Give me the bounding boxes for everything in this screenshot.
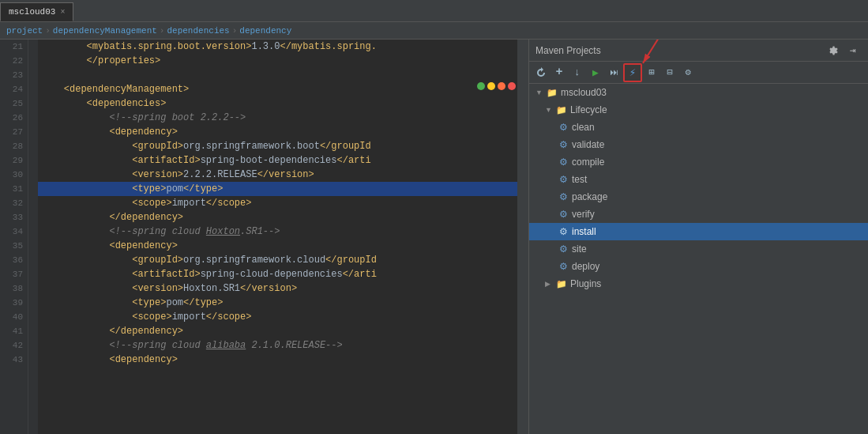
line-num-22: 22	[5, 54, 23, 68]
test-gear-icon: ⚙	[558, 174, 569, 185]
breadcrumb-item-dependencies[interactable]: dependencies	[167, 26, 229, 36]
maven-title: Maven Projects	[535, 45, 601, 56]
line-num-35: 35	[5, 239, 23, 253]
show-diagram-button[interactable]: ⊞	[643, 64, 660, 81]
refresh-maven-button[interactable]	[532, 64, 550, 81]
tree-site-label: site	[572, 243, 587, 255]
add-maven-button[interactable]: +	[550, 64, 568, 81]
tree-lifecycle[interactable]: ▼ 📁 Lifecycle	[529, 101, 868, 119]
skip-tests-button[interactable]: ⏭	[605, 64, 622, 81]
maven-settings-button[interactable]: ⚙	[679, 64, 697, 81]
code-line-36: <groupId>org.springframework.cloud</grou…	[38, 253, 517, 267]
run-maven-button[interactable]: ▶	[587, 64, 604, 81]
tree-root-mscloud03[interactable]: ▼ 📁 mscloud03	[529, 84, 868, 101]
tree-item-compile[interactable]: ⚙ compile	[529, 153, 868, 171]
tree-plugins-label: Plugins	[570, 278, 601, 289]
lifecycle-folder-icon: 📁	[556, 104, 567, 115]
tab-bar: mscloud03 ×	[0, 0, 868, 22]
main-content: 21 22 23 24 25 26 27 28 29 30 31 32 33 3…	[0, 40, 868, 434]
tab-label: mscloud03	[9, 7, 55, 17]
line-num-41: 41	[5, 324, 23, 338]
breadcrumb-sep-3: ›	[232, 26, 238, 36]
maven-tree: ▼ 📁 mscloud03 ▼ 📁 Lifecycle ⚙ clean ⚙ va…	[529, 84, 868, 434]
tree-item-package[interactable]: ⚙ package	[529, 188, 868, 206]
tree-item-test[interactable]: ⚙ test	[529, 171, 868, 188]
tree-item-verify[interactable]: ⚙ verify	[529, 206, 868, 223]
line-num-27: 27	[5, 125, 23, 139]
verify-gear-icon: ⚙	[558, 209, 569, 220]
code-line-28: <groupId>org.springframework.boot</group…	[38, 139, 517, 153]
add-icon: +	[555, 66, 562, 79]
code-line-25: <dependencies>	[38, 96, 517, 111]
line-num-39: 39	[5, 296, 23, 310]
breadcrumb-item-project[interactable]: project	[6, 26, 43, 36]
tab-mscloud03[interactable]: mscloud03 ×	[0, 2, 73, 21]
fold-25[interactable]	[28, 96, 38, 111]
tree-root-label: mscloud03	[561, 87, 607, 98]
maven-header: Maven Projects ⇥	[529, 40, 868, 62]
line-numbers: 21 22 23 24 25 26 27 28 29 30 31 32 33 3…	[0, 40, 28, 434]
line-num-23: 23	[5, 68, 23, 82]
tree-item-clean[interactable]: ⚙ clean	[529, 119, 868, 136]
fold-24[interactable]	[28, 40, 38, 54]
fold-spacer-8	[28, 182, 38, 196]
validate-gear-icon: ⚙	[558, 139, 569, 150]
code-line-35: <dependency>	[38, 239, 517, 253]
code-line-22: </properties>	[38, 54, 517, 68]
tree-item-install[interactable]: ⚙ install	[529, 223, 868, 240]
collapse-all-icon: ⊟	[667, 66, 672, 78]
fold-spacer-7	[28, 168, 38, 182]
package-gear-icon: ⚙	[558, 191, 569, 202]
tree-lifecycle-label: Lifecycle	[570, 104, 607, 115]
site-gear-icon: ⚙	[558, 243, 569, 255]
tree-item-site[interactable]: ⚙ site	[529, 240, 868, 258]
line-num-40: 40	[5, 310, 23, 324]
run-icon: ▶	[592, 66, 599, 79]
line-num-32: 32	[5, 196, 23, 210]
line-num-37: 37	[5, 267, 23, 281]
code-line-33: </dependency>	[38, 210, 517, 225]
line-num-26: 26	[5, 111, 23, 125]
tree-deploy-label: deploy	[572, 261, 599, 272]
breadcrumb-sep-2: ›	[160, 26, 165, 36]
expand-arrow-plugins: ▶	[545, 280, 553, 288]
collapse-all-button[interactable]: ⊟	[661, 64, 678, 81]
fold-spacer-10	[28, 210, 38, 225]
fold-spacer-4	[28, 111, 38, 125]
collapse-button[interactable]: ⇥	[844, 42, 862, 59]
fold-spacer-11	[28, 225, 38, 239]
line-num-43: 43	[5, 353, 23, 367]
code-line-24: <dependencyManagement>	[38, 82, 517, 96]
deploy-gear-icon: ⚙	[558, 261, 569, 272]
tree-item-deploy[interactable]: ⚙ deploy	[529, 258, 868, 275]
breadcrumb-item-dependency[interactable]: dependency	[239, 26, 291, 36]
line-num-29: 29	[5, 153, 23, 168]
fold-spacer-2	[28, 68, 38, 82]
breadcrumb-sep-1: ›	[45, 26, 51, 36]
breadcrumb-item-depmanagement[interactable]: dependencyManagement	[53, 26, 157, 36]
lightning-icon: ⚡	[629, 66, 636, 79]
line-num-38: 38	[5, 281, 23, 296]
download-icon: ↓	[574, 66, 581, 78]
tab-close-button[interactable]: ×	[60, 8, 65, 17]
code-line-27: <dependency>	[38, 125, 517, 139]
fold-spacer-5	[28, 139, 38, 153]
tree-plugins[interactable]: ▶ 📁 Plugins	[529, 275, 868, 292]
code-editor: 21 22 23 24 25 26 27 28 29 30 31 32 33 3…	[0, 40, 528, 434]
code-line-31: <type>pom</type>	[38, 182, 517, 196]
code-line-37: <artifactId>spring-cloud-dependencies</a…	[38, 267, 517, 281]
tree-test-label: test	[572, 174, 587, 185]
fold-27[interactable]	[28, 125, 38, 139]
fold-35[interactable]	[28, 239, 38, 253]
fold-spacer-1	[28, 54, 38, 68]
maven-actions-toolbar: + ↓ ▶ ⏭ ⚡	[529, 62, 868, 84]
plugins-folder-icon: 📁	[556, 278, 567, 289]
download-maven-button[interactable]: ↓	[569, 64, 586, 81]
lightning-button-container: ⚡ test package	[623, 63, 642, 82]
code-lines[interactable]: <mybatis.spring.boot.version>1.3.0</myba…	[38, 40, 517, 434]
tree-install-label: install	[572, 226, 596, 237]
settings-button[interactable]	[824, 42, 841, 59]
vertical-scrollbar[interactable]	[517, 40, 528, 434]
tree-item-validate[interactable]: ⚙ validate	[529, 136, 868, 153]
toggle-offline-button[interactable]: ⚡	[623, 63, 642, 82]
